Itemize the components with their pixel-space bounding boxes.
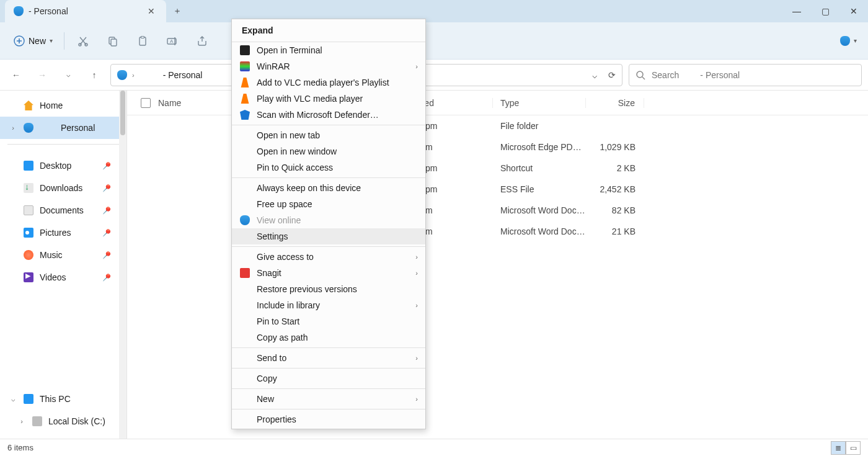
window-controls: — ▢ ✕ xyxy=(782,0,868,22)
search-box[interactable]: Search - Personal xyxy=(629,64,862,86)
sidebar-item-documents[interactable]: Documents📍 xyxy=(0,199,126,221)
context-menu-item[interactable]: Restore previous versions xyxy=(232,281,425,297)
new-button[interactable]: New ▾ xyxy=(7,32,59,50)
expand-icon[interactable]: › xyxy=(9,124,17,132)
context-menu-label: New xyxy=(257,394,274,404)
column-header-size[interactable]: Size xyxy=(586,98,644,108)
sidebar-item-music[interactable]: Music📍 xyxy=(0,244,126,266)
thumbnails-view-button[interactable]: ▭ xyxy=(846,441,861,455)
sidebar-item-desktop[interactable]: Desktop📍 xyxy=(0,154,126,177)
history-dropdown[interactable]: ⌵ xyxy=(58,65,78,85)
context-menu-item[interactable]: Open in new tab xyxy=(232,127,425,143)
context-menu-separator xyxy=(232,347,425,348)
disk-icon xyxy=(32,416,42,426)
svg-text:A: A xyxy=(170,38,174,44)
address-dropdown-icon[interactable]: ⌵ xyxy=(592,70,597,80)
navigation-row: ← → ⌵ ↑ › - Personal ⌵ ⟳ Search - Person… xyxy=(0,60,868,91)
sidebar-item-localdisk[interactable]: › Local Disk (C:) xyxy=(0,410,126,432)
sidebar-item-thispc[interactable]: ⌵ This PC xyxy=(0,388,126,410)
select-all-checkbox[interactable] xyxy=(141,98,151,108)
context-menu-label: Open in new tab xyxy=(257,130,320,140)
cell-type: Microsoft Edge PDF … xyxy=(493,142,586,152)
sidebar-item-pictures[interactable]: Pictures📍 xyxy=(0,221,126,244)
context-menu-item[interactable]: Pin to Start xyxy=(232,313,425,329)
context-menu-label: Copy as path xyxy=(257,333,308,342)
submenu-chevron-icon: › xyxy=(415,63,418,70)
maximize-button[interactable]: ▢ xyxy=(811,0,839,22)
copy-button[interactable] xyxy=(99,27,126,55)
cloud-icon xyxy=(239,215,250,226)
column-header-type[interactable]: Type xyxy=(493,98,586,108)
context-menu-header[interactable]: Expand xyxy=(232,19,425,42)
chevron-down-icon: ▾ xyxy=(50,37,53,44)
context-menu-item[interactable]: Properties xyxy=(232,411,425,427)
paste-button[interactable] xyxy=(129,27,156,55)
context-menu-item[interactable]: Snagit› xyxy=(232,265,425,281)
sidebar-item-videos[interactable]: Videos📍 xyxy=(0,266,126,288)
context-menu-item[interactable]: Open in new window xyxy=(232,143,425,159)
context-menu-item[interactable]: Add to VLC media player's Playlist xyxy=(232,74,425,91)
sidebar-item-label: Home xyxy=(40,101,63,110)
sidebar-item-personal[interactable]: › Personal xyxy=(0,117,126,139)
browser-tab[interactable]: - Personal ✕ xyxy=(5,0,166,22)
cloud-icon xyxy=(117,70,127,80)
submenu-chevron-icon: › xyxy=(415,269,418,277)
sidebar-item-label: Videos xyxy=(40,272,66,282)
context-menu-item[interactable]: Copy as path xyxy=(232,329,425,346)
svg-point-9 xyxy=(637,71,643,78)
share-button[interactable] xyxy=(188,27,216,55)
status-bar: 6 items ≣ ▭ xyxy=(0,439,868,456)
context-menu-item[interactable]: Open in Terminal xyxy=(232,42,425,58)
toolbar-separator xyxy=(64,32,64,50)
context-menu-item[interactable]: Free up space xyxy=(232,196,425,212)
expand-icon[interactable]: ⌵ xyxy=(9,395,17,403)
context-menu-item[interactable]: Copy xyxy=(232,370,425,387)
main-area: Home › Personal Desktop📍Downloads📍Docume… xyxy=(0,91,868,439)
refresh-button[interactable]: ⟳ xyxy=(608,70,616,80)
shield-icon xyxy=(239,109,250,120)
sidebar-item-label: Pictures xyxy=(40,228,71,238)
back-button[interactable]: ← xyxy=(6,65,26,85)
rename-button[interactable]: A xyxy=(159,27,186,55)
sidebar-item-label: Documents xyxy=(40,205,84,215)
column-label: Name xyxy=(158,98,181,108)
up-button[interactable]: ↑ xyxy=(84,65,104,85)
context-menu-label: Include in library xyxy=(257,300,320,310)
new-tab-button[interactable]: ＋ xyxy=(166,0,188,22)
status-item-count: 6 items xyxy=(7,443,33,452)
context-menu-item[interactable]: Settings xyxy=(232,228,425,244)
context-menu-item[interactable]: Include in library› xyxy=(232,297,425,313)
sidebar-scrollbar[interactable] xyxy=(119,91,126,439)
context-menu-item[interactable]: Pin to Quick access xyxy=(232,159,425,176)
address-path: - Personal xyxy=(163,70,203,80)
cloud-icon xyxy=(24,123,33,133)
sidebar-item-downloads[interactable]: Downloads📍 xyxy=(0,177,126,199)
window-close-button[interactable]: ✕ xyxy=(839,0,868,22)
context-menu-separator xyxy=(232,177,425,178)
context-menu-label: Scan with Microsoft Defender… xyxy=(257,110,379,120)
cut-button[interactable] xyxy=(69,27,97,55)
minimize-button[interactable]: — xyxy=(782,0,811,22)
svg-rect-4 xyxy=(111,39,117,46)
context-menu-item[interactable]: Play with VLC media player xyxy=(232,91,425,107)
sidebar-divider xyxy=(7,144,119,145)
context-menu-label: Snagit xyxy=(257,268,281,278)
context-menu-label: Restore previous versions xyxy=(257,284,357,294)
tab-close-icon[interactable]: ✕ xyxy=(145,6,157,16)
sidebar-item-home[interactable]: Home xyxy=(0,94,126,117)
context-menu-label: Properties xyxy=(257,414,296,424)
forward-button[interactable]: → xyxy=(32,65,52,85)
context-menu-label: Copy xyxy=(257,373,277,383)
view-mode-toggles: ≣ ▭ xyxy=(831,441,861,455)
context-menu-item[interactable]: Always keep on this device xyxy=(232,180,425,196)
context-menu-label: Settings xyxy=(257,231,288,241)
context-menu-item[interactable]: WinRAR› xyxy=(232,58,425,74)
context-menu-item[interactable]: New› xyxy=(232,391,425,407)
cloud-icon xyxy=(14,6,24,16)
onedrive-status[interactable]: ▾ xyxy=(840,36,857,46)
details-view-button[interactable]: ≣ xyxy=(831,441,846,455)
context-menu-item[interactable]: Send to› xyxy=(232,350,425,366)
expand-icon[interactable]: › xyxy=(17,418,26,425)
context-menu-item[interactable]: Scan with Microsoft Defender… xyxy=(232,107,425,123)
context-menu-item[interactable]: Give access to› xyxy=(232,249,425,265)
